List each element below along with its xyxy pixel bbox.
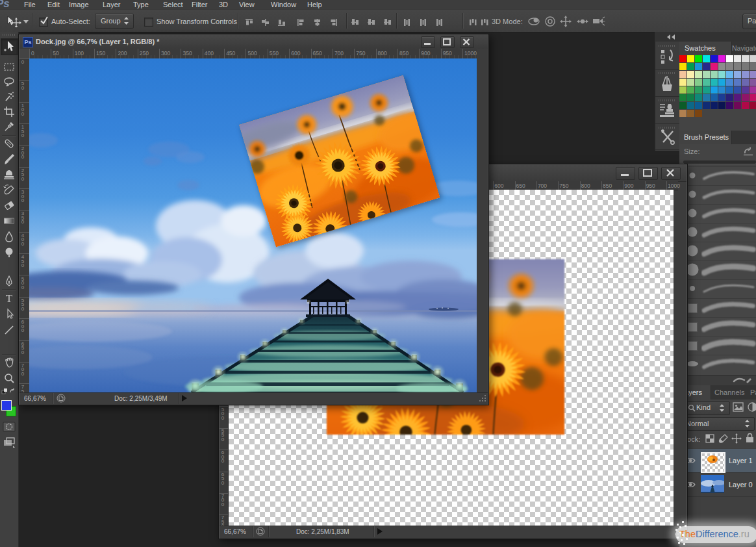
- svg-text:T: T: [6, 292, 13, 304]
